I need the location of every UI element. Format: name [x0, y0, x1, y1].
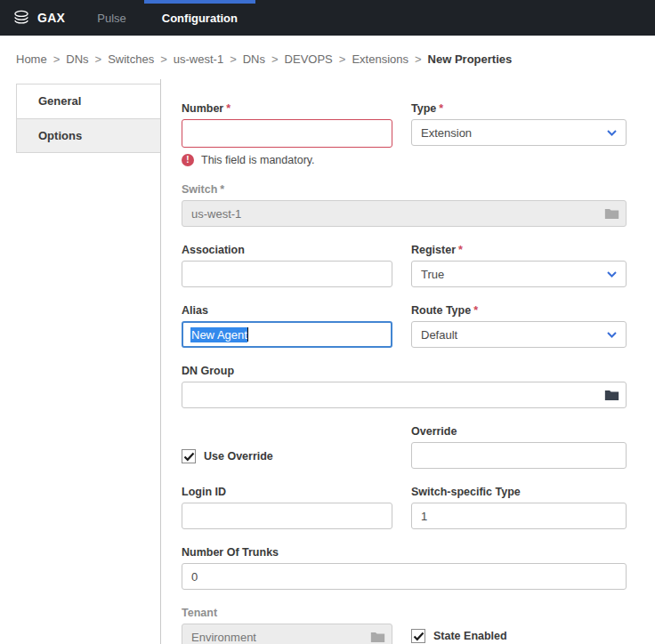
- label-text: Switch: [182, 183, 217, 196]
- switch-label: Switch*: [182, 183, 627, 196]
- selected-value: Extension: [421, 126, 472, 140]
- app-brand[interactable]: GAX: [0, 0, 79, 36]
- sidebar: General Options: [0, 79, 161, 644]
- field-type: Type* Extension: [411, 102, 627, 166]
- field-number-of-trunks: Number Of Trunks: [182, 546, 627, 590]
- breadcrumb-separator: >: [415, 52, 422, 66]
- field-use-override: Use Override: [182, 425, 392, 469]
- number-of-trunks-input[interactable]: [182, 563, 627, 590]
- breadcrumb-separator: >: [271, 52, 279, 66]
- number-input[interactable]: [182, 119, 392, 148]
- override-label: Override: [411, 425, 627, 438]
- field-login-id: Login ID: [182, 486, 392, 529]
- required-marker: *: [458, 244, 463, 256]
- nav-tab-pulse[interactable]: Pulse: [79, 0, 144, 36]
- folder-browse-icon[interactable]: [604, 389, 619, 401]
- use-override-row: Use Override: [182, 449, 392, 463]
- tab-general[interactable]: General: [16, 84, 160, 118]
- field-state-enabled: State Enabled: [411, 607, 627, 644]
- use-override-label: Use Override: [204, 450, 273, 463]
- selected-text: New Agent: [190, 327, 247, 342]
- login-id-label: Login ID: [182, 486, 392, 498]
- required-marker: *: [220, 183, 224, 196]
- field-route-type: Route Type* Default: [411, 304, 627, 348]
- override-input[interactable]: [411, 442, 627, 469]
- field-switch-specific-type: Switch-specific Type: [411, 486, 627, 529]
- properties-panel: Number* This field is mandatory. Type* E…: [161, 79, 655, 644]
- association-label: Association: [182, 244, 392, 256]
- use-override-checkbox[interactable]: [182, 449, 196, 463]
- label-text: Type: [411, 102, 436, 115]
- field-dn-group: DN Group: [182, 365, 627, 408]
- register-select[interactable]: True: [411, 261, 627, 287]
- nav-tab-configuration[interactable]: Configuration: [144, 0, 255, 36]
- breadcrumb-separator: >: [53, 52, 61, 66]
- required-marker: *: [439, 102, 443, 115]
- breadcrumb-item[interactable]: DNs: [66, 52, 88, 66]
- field-override: Override: [411, 425, 627, 469]
- folder-icon: [604, 207, 619, 220]
- required-marker: *: [226, 102, 230, 115]
- login-id-input[interactable]: [182, 503, 392, 529]
- dn-group-label: DN Group: [182, 365, 627, 377]
- label-text: Register: [411, 244, 456, 256]
- exclamation-circle-icon: [182, 154, 194, 166]
- type-select[interactable]: Extension: [411, 119, 627, 146]
- nav-tab-label: Configuration: [162, 12, 238, 25]
- state-enabled-checkbox[interactable]: [411, 629, 425, 643]
- switch-specific-type-input[interactable]: [411, 503, 627, 529]
- selected-value: Default: [421, 328, 457, 342]
- breadcrumb-current: New Properties: [428, 52, 513, 66]
- error-message: This field is mandatory.: [201, 154, 315, 166]
- state-enabled-label: State Enabled: [433, 630, 507, 642]
- topbar: GAX Pulse Configuration: [0, 0, 655, 36]
- brand-label: GAX: [37, 11, 65, 25]
- route-type-select[interactable]: Default: [411, 321, 627, 348]
- field-association: Association: [182, 244, 392, 287]
- nav-tab-label: Pulse: [97, 12, 126, 25]
- selected-value: True: [421, 268, 444, 281]
- alias-label: Alias: [182, 304, 392, 317]
- tenant-input: [182, 624, 392, 644]
- state-enabled-row: State Enabled: [411, 629, 627, 643]
- main-layout: General Options Number* This field is ma…: [0, 79, 655, 644]
- tab-options[interactable]: Options: [16, 118, 160, 153]
- alias-input[interactable]: New Agent: [182, 321, 392, 348]
- route-type-label: Route Type*: [411, 304, 627, 317]
- chevron-down-icon: [607, 332, 617, 338]
- breadcrumb-separator: >: [95, 52, 102, 66]
- breadcrumb-separator: >: [230, 52, 237, 66]
- breadcrumb-item[interactable]: DEVOPS: [285, 52, 333, 66]
- tenant-label: Tenant: [182, 607, 392, 619]
- breadcrumb-item[interactable]: us-west-1: [174, 52, 223, 66]
- number-of-trunks-label: Number Of Trunks: [182, 546, 627, 559]
- breadcrumb-item[interactable]: Switches: [108, 52, 154, 66]
- type-label: Type*: [411, 102, 627, 115]
- dn-group-input[interactable]: [182, 382, 627, 408]
- field-register: Register* True: [411, 244, 627, 287]
- label-text: Number: [182, 102, 223, 115]
- association-input[interactable]: [182, 261, 392, 287]
- label-text: Route Type: [411, 304, 471, 317]
- breadcrumb-separator: >: [160, 52, 167, 66]
- register-label: Register*: [411, 244, 627, 256]
- chevron-down-icon: [607, 271, 617, 278]
- folder-icon: [370, 631, 385, 643]
- breadcrumb-item[interactable]: DNs: [243, 52, 265, 66]
- required-marker: *: [473, 304, 478, 317]
- text-caret: [247, 327, 248, 342]
- breadcrumb-item[interactable]: Home: [16, 52, 47, 66]
- switch-specific-type-label: Switch-specific Type: [411, 486, 627, 498]
- switch-input: [182, 200, 627, 227]
- field-number: Number* This field is mandatory.: [182, 102, 392, 166]
- gax-logo-icon: [12, 9, 30, 27]
- breadcrumb-separator: >: [339, 52, 346, 66]
- chevron-down-icon: [607, 130, 617, 136]
- number-error: This field is mandatory.: [182, 154, 392, 166]
- field-tenant: Tenant: [182, 607, 392, 644]
- number-label: Number*: [182, 102, 392, 115]
- breadcrumb: Home>DNs>Switches>us-west-1>DNs>DEVOPS>E…: [0, 36, 655, 79]
- new-dn-form: Number* This field is mandatory. Type* E…: [182, 102, 627, 644]
- field-alias: Alias New Agent: [182, 304, 392, 348]
- breadcrumb-item[interactable]: Extensions: [352, 52, 408, 66]
